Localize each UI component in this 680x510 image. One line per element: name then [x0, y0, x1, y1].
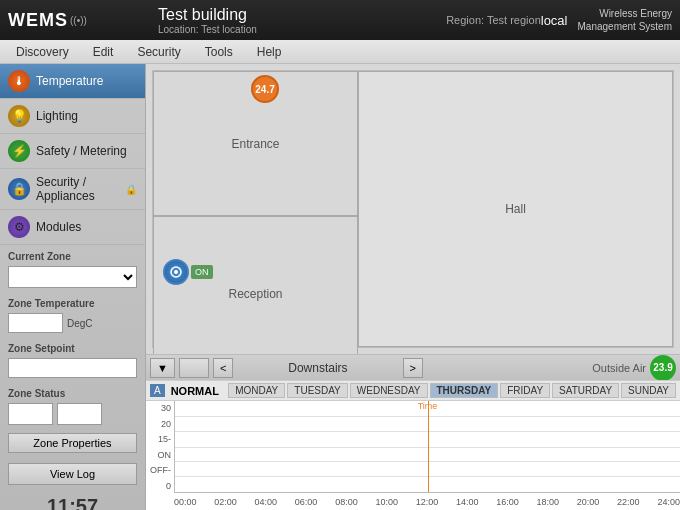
wems-line2: Management System	[578, 20, 673, 33]
time-marker-label: Time	[418, 401, 438, 411]
svg-point-1	[174, 270, 178, 274]
zone-properties-button[interactable]: Zone Properties	[8, 433, 137, 453]
chart-day-wednesday[interactable]: WEDNESDAY	[350, 383, 428, 398]
zone-temperature-input[interactable]	[8, 313, 63, 333]
sidebar-modules-label: Modules	[36, 220, 81, 234]
chart-mode: NORMAL	[167, 385, 223, 397]
sidebar-item-modules[interactable]: ⚙ Modules	[0, 210, 145, 245]
chart-day-saturday[interactable]: SATURDAY	[552, 383, 619, 398]
building-info: Test building Location: Test location	[148, 6, 426, 35]
device-icon[interactable]: ON	[163, 259, 213, 285]
x-label-10: 10:00	[375, 497, 398, 507]
device-svg-icon	[169, 265, 183, 279]
floorplan: Entrance Reception Hall 24.7	[146, 64, 680, 354]
outside-air-text: Outside Air	[592, 362, 646, 374]
chart-day-tuesday[interactable]: TUESDAY	[287, 383, 348, 398]
zone-setpoint-input[interactable]	[8, 358, 137, 378]
sidebar-safety-label: Safety / Metering	[36, 144, 127, 158]
region-value: Test region	[487, 14, 541, 26]
location-value: Test location	[201, 24, 257, 35]
current-zone-input-row	[0, 264, 145, 292]
y-label-30: 30	[146, 403, 171, 413]
zone-temperature-label: Zone Temperature	[8, 298, 95, 309]
nav-next-btn[interactable]: >	[403, 358, 423, 378]
building-location: Location: Test location	[158, 24, 426, 35]
chart-day-monday[interactable]: MONDAY	[228, 383, 285, 398]
local-badge: local	[541, 13, 568, 28]
menu-edit[interactable]: Edit	[81, 40, 126, 63]
sidebar-item-temperature[interactable]: 🌡 Temperature	[0, 64, 145, 99]
lock-icon: 🔒	[125, 184, 137, 195]
location-label: Location:	[158, 24, 199, 35]
degc-label: DegC	[67, 318, 93, 329]
region-label: Region:	[446, 14, 484, 26]
time-marker: Time	[428, 401, 429, 492]
outside-air-badge: 23.9	[650, 355, 676, 381]
zone-temperature-input-row: DegC	[0, 311, 145, 337]
chart-y-labels: 30 20 15- ON OFF- 0	[146, 401, 174, 493]
device-status-label: ON	[191, 265, 213, 279]
chart-x-labels: 00:00 02:00 04:00 06:00 08:00 10:00 12:0…	[174, 493, 680, 510]
x-label-8: 08:00	[335, 497, 358, 507]
modules-icon: ⚙	[8, 216, 30, 238]
sensor1-value: 24.7	[255, 84, 274, 95]
wems-full-name: Wireless Energy Management System	[578, 7, 673, 33]
x-label-16: 16:00	[496, 497, 519, 507]
chart-day-thursday[interactable]: THURSDAY	[430, 383, 499, 398]
sidebar-item-safety[interactable]: ⚡ Safety / Metering	[0, 134, 145, 169]
chart-day-sunday[interactable]: SUNDAY	[621, 383, 676, 398]
menu-help[interactable]: Help	[245, 40, 294, 63]
current-zone-select[interactable]	[8, 266, 137, 288]
nav-placeholder	[179, 358, 209, 378]
zone-status-inputs	[0, 401, 145, 429]
x-label-2: 02:00	[214, 497, 237, 507]
reception-label: Reception	[228, 287, 282, 301]
zone-status-input2[interactable]	[57, 403, 102, 425]
x-label-20: 20:00	[577, 497, 600, 507]
sidebar-item-security[interactable]: 🔒 Security / Appliances 🔒	[0, 169, 145, 210]
temperature-icon: 🌡	[8, 70, 30, 92]
x-label-0: 00:00	[174, 497, 197, 507]
view-log-button[interactable]: View Log	[8, 463, 137, 485]
zone-setpoint-label: Zone Setpoint	[8, 343, 75, 354]
region-info: Region: Test region	[446, 14, 541, 26]
header: WEMS ((•)) Test building Location: Test …	[0, 0, 680, 40]
chart-day-friday[interactable]: FRIDAY	[500, 383, 550, 398]
bottom-nav: ▼ < Downstairs > Outside Air 23.9	[146, 354, 680, 380]
collapse-btn[interactable]: ▼	[150, 358, 175, 378]
y-label-20: 20	[146, 419, 171, 429]
logo-area: WEMS ((•))	[8, 10, 148, 31]
outside-air-label: Outside Air	[592, 362, 646, 374]
room-hall: Hall	[358, 71, 673, 347]
zone-setpoint-input-row	[0, 356, 145, 382]
chart-mode-prefix: A	[150, 384, 165, 397]
x-label-4: 04:00	[255, 497, 278, 507]
menu-discovery[interactable]: Discovery	[4, 40, 81, 63]
chart-canvas: 30 20 15- ON OFF- 0 Time	[146, 401, 680, 510]
chart-area: A NORMAL MONDAY TUESDAY WEDNESDAY THURSD…	[146, 380, 680, 510]
zone-status-input1[interactable]	[8, 403, 53, 425]
temperature-sensor-badge[interactable]: 24.7	[251, 75, 279, 103]
signal-icon: ((•))	[70, 15, 87, 26]
menu-tools[interactable]: Tools	[193, 40, 245, 63]
current-zone-label: Current Zone	[8, 251, 71, 262]
sidebar-item-lighting[interactable]: 💡 Lighting	[0, 99, 145, 134]
content-area: Entrance Reception Hall 24.7	[146, 64, 680, 510]
zone-status-section: Zone Status	[0, 382, 145, 401]
zone-temperature-section: Zone Temperature	[0, 292, 145, 311]
menubar: Discovery Edit Security Tools Help	[0, 40, 680, 64]
outside-air-value: 23.9	[653, 362, 672, 373]
nav-prev-btn[interactable]: <	[213, 358, 233, 378]
main-content: 🌡 Temperature 💡 Lighting ⚡ Safety / Mete…	[0, 64, 680, 510]
current-zone-section: Current Zone	[0, 245, 145, 264]
y-label-15: 15-	[146, 434, 171, 444]
logo-text: WEMS	[8, 10, 68, 31]
x-label-18: 18:00	[537, 497, 560, 507]
menu-security[interactable]: Security	[125, 40, 192, 63]
zone-setpoint-section: Zone Setpoint	[0, 337, 145, 356]
wems-line1: Wireless Energy	[578, 7, 673, 20]
x-label-22: 22:00	[617, 497, 640, 507]
safety-icon: ⚡	[8, 140, 30, 162]
building-name: Test building	[158, 6, 426, 24]
y-label-0: 0	[146, 481, 171, 491]
